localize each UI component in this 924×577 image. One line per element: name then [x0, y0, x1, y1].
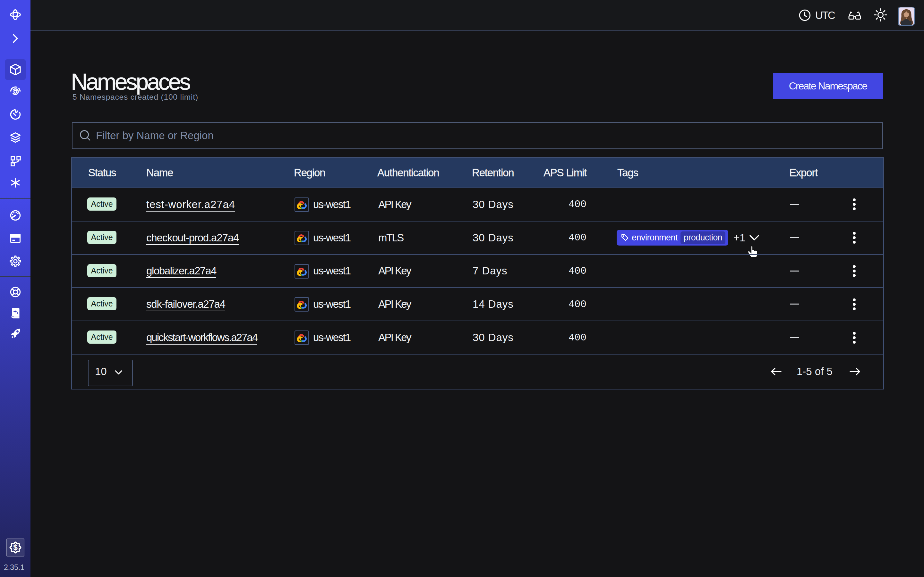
svg-text:$: $: [13, 543, 18, 552]
